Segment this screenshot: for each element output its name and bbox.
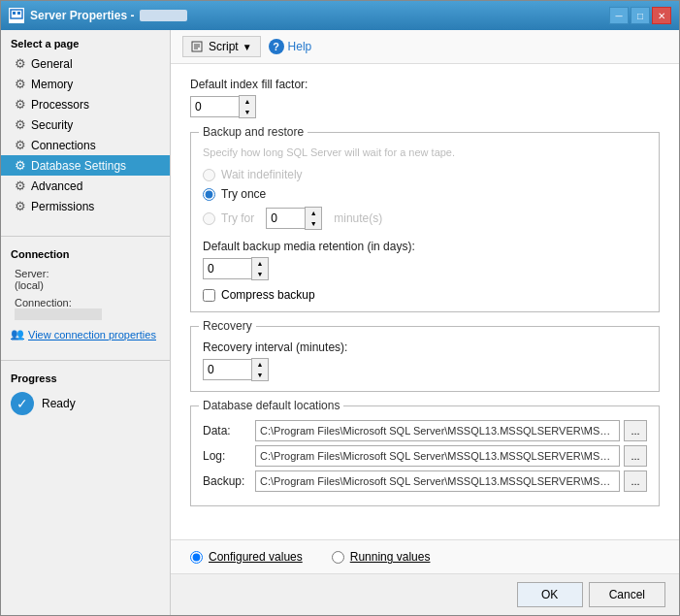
sidebar-label-permissions: Permissions (31, 200, 94, 213)
compress-backup-row: Compress backup (203, 288, 647, 302)
backup-label: Backup: (203, 474, 251, 488)
compress-backup-checkbox[interactable] (203, 289, 215, 302)
sidebar-item-advanced[interactable]: ⚙ Advanced (1, 176, 170, 196)
try-for-down-button[interactable]: ▼ (306, 218, 321, 229)
retention-spinner: ▲ ▼ (203, 257, 647, 280)
data-browse-button[interactable]: ... (624, 420, 647, 441)
sidebar-item-general[interactable]: ⚙ General (1, 53, 170, 74)
retention-up-button[interactable]: ▲ (252, 258, 268, 269)
view-connection-properties-link[interactable]: 👥 View connection properties (1, 324, 170, 344)
gear-icon: ⚙ (15, 199, 26, 213)
backup-location-row: Backup: ... (203, 470, 647, 492)
fill-factor-spin-buttons: ▲ ▼ (239, 95, 256, 118)
backup-path-input[interactable] (255, 470, 620, 492)
sidebar-label-advanced: Advanced (31, 179, 82, 193)
try-for-up-button[interactable]: ▲ (306, 208, 321, 218)
script-button[interactable]: Script ▼ (182, 36, 261, 57)
configured-values-option[interactable]: Configured values (190, 550, 303, 564)
ok-button[interactable]: OK (517, 582, 583, 607)
backup-subtitle: Specify how long SQL Server will wait fo… (203, 146, 647, 158)
log-path-input[interactable] (255, 445, 620, 467)
try-for-radio[interactable] (203, 212, 215, 225)
wait-indefinitely-radio[interactable] (203, 169, 215, 181)
minute-label: minute(s) (334, 211, 382, 225)
form-content: Default index fill factor: 0 ▲ ▼ Backup … (171, 64, 679, 539)
try-once-radio[interactable] (203, 188, 215, 201)
script-icon (191, 40, 205, 53)
close-button[interactable]: ✕ (652, 7, 671, 24)
maximize-button[interactable]: □ (631, 7, 650, 24)
retention-input[interactable] (203, 258, 251, 279)
backup-restore-section: Backup and restore Specify how long SQL … (190, 132, 660, 312)
sidebar-item-database-settings[interactable]: ⚙ Database Settings (1, 155, 170, 176)
retention-down-button[interactable]: ▼ (252, 269, 268, 279)
sidebar-item-memory[interactable]: ⚙ Memory (1, 74, 170, 94)
window-icon (9, 8, 24, 23)
fill-factor-up-button[interactable]: ▲ (240, 96, 255, 107)
svg-rect-0 (11, 10, 22, 18)
dropdown-arrow-icon: ▼ (243, 42, 252, 52)
server-value: (local) (15, 279, 44, 291)
sidebar-item-permissions[interactable]: ⚙ Permissions (1, 196, 170, 216)
sidebar-label-memory: Memory (31, 78, 73, 91)
main-panel: Script ▼ ? Help Default index fill facto… (171, 30, 679, 615)
view-props-label: View connection properties (28, 329, 156, 340)
connection-title: Connection (1, 244, 170, 264)
sidebar: Select a page ⚙ General ⚙ Memory ⚙ Proce… (1, 30, 171, 615)
wait-indefinitely-label: Wait indefinitely (221, 168, 303, 181)
recovery-interval-spinner: ▲ ▼ (203, 358, 647, 381)
sidebar-item-processors[interactable]: ⚙ Processors (1, 94, 170, 114)
gear-icon: ⚙ (15, 97, 26, 112)
recovery-interval-input[interactable] (203, 359, 251, 380)
gear-icon: ⚙ (15, 138, 26, 152)
cancel-button[interactable]: Cancel (589, 582, 665, 607)
sidebar-item-connections[interactable]: ⚙ Connections (1, 135, 170, 155)
data-location-row: Data: ... (203, 420, 647, 441)
log-location-row: Log: ... (203, 445, 647, 467)
backup-browse-button[interactable]: ... (624, 470, 647, 492)
gear-icon: ⚙ (15, 77, 26, 91)
sidebar-title: Select a page (1, 30, 170, 53)
fill-factor-label: Default index fill factor: (190, 78, 660, 91)
window-title: Server Properties - (30, 9, 134, 22)
help-button[interactable]: ? Help (269, 39, 312, 54)
try-for-label: Try for (221, 211, 254, 225)
script-label: Script (209, 40, 239, 53)
fill-factor-input[interactable]: 0 (190, 96, 239, 117)
fill-factor-down-button[interactable]: ▼ (240, 107, 255, 117)
progress-title: Progress (1, 369, 170, 388)
server-label: Server: (15, 268, 49, 279)
toolbar: Script ▼ ? Help (171, 30, 679, 64)
help-label: Help (288, 40, 312, 53)
recovery-legend: Recovery (199, 319, 256, 333)
connection-value (15, 308, 102, 320)
backup-restore-legend: Backup and restore (199, 125, 308, 139)
running-values-radio[interactable] (332, 551, 344, 564)
window-controls: ─ □ ✕ (609, 7, 671, 24)
help-icon: ? (269, 39, 284, 54)
sidebar-item-security[interactable]: ⚙ Security (1, 114, 170, 135)
log-label: Log: (203, 449, 251, 463)
data-path-input[interactable] (255, 420, 620, 441)
wait-indefinitely-option[interactable]: Wait indefinitely (203, 168, 647, 181)
sidebar-label-processors: Processors (31, 98, 89, 112)
tape-wait-radio-group: Wait indefinitely Try once Try for (203, 168, 647, 230)
sidebar-label-connections: Connections (31, 139, 96, 152)
fill-factor-group: Default index fill factor: 0 ▲ ▼ (190, 78, 660, 118)
running-values-label: Running values (350, 550, 431, 564)
try-for-row: Try for ▲ ▼ minute(s) (203, 207, 647, 230)
gear-icon: ⚙ (15, 117, 26, 132)
minimize-button[interactable]: ─ (609, 7, 629, 24)
log-browse-button[interactable]: ... (624, 445, 647, 467)
compress-backup-label: Compress backup (221, 288, 315, 302)
configured-values-radio[interactable] (190, 551, 203, 564)
try-once-option[interactable]: Try once (203, 187, 647, 201)
try-for-input[interactable] (266, 208, 305, 229)
gear-icon: ⚙ (15, 158, 26, 173)
recovery-down-button[interactable]: ▼ (252, 370, 268, 380)
recovery-up-button[interactable]: ▲ (252, 359, 268, 370)
recovery-interval-label: Recovery interval (minutes): (203, 340, 647, 354)
running-values-option[interactable]: Running values (332, 550, 431, 564)
retention-label: Default backup media retention (in days)… (203, 240, 647, 253)
try-for-option[interactable]: Try for (203, 211, 254, 225)
